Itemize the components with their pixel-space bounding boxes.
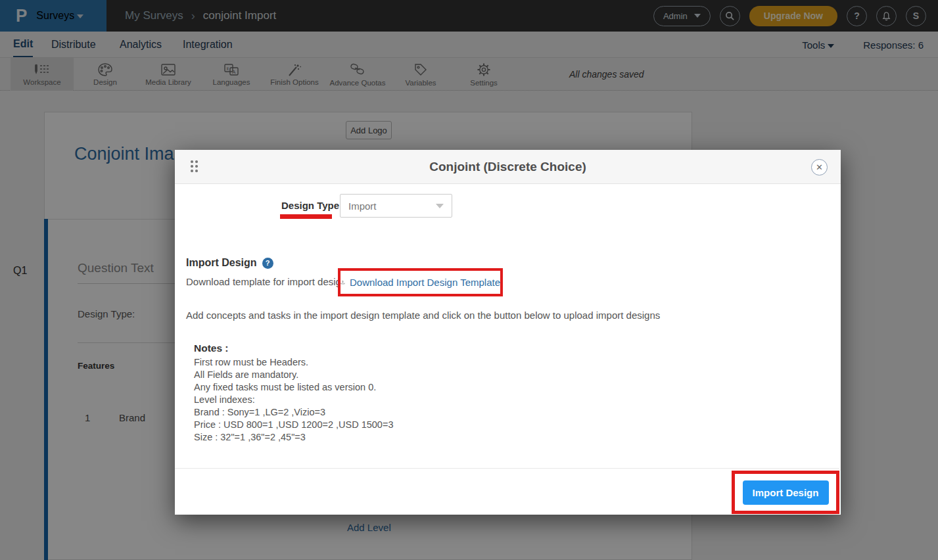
note-line: Level indexes: [194, 394, 393, 406]
conjoint-settings-modal: Conjoint (Discrete Choice) ✕ Design Type… [175, 150, 841, 515]
import-instructions: Add concepts and tasks in the import des… [186, 310, 686, 321]
import-design-section: Import Design ? [186, 257, 273, 269]
import-design-button[interactable]: Import Design [743, 480, 829, 505]
note-line: Any fixed tasks must be listed as versio… [194, 381, 393, 394]
download-icon [340, 277, 345, 287]
annotation-box-download: Download Import Design Template [338, 268, 503, 296]
annotation-box-import: Import Design [732, 471, 839, 514]
modal-header: Conjoint (Discrete Choice) ✕ [175, 150, 841, 184]
import-design-heading: Import Design [186, 257, 257, 269]
modal-footer: Import Design [175, 468, 839, 515]
design-type-select[interactable]: Import [340, 194, 452, 218]
note-line: Price : USD 800=1 ,USD 1200=2 ,USD 1500=… [194, 419, 393, 431]
download-import-design-template-link[interactable]: Download Import Design Template [350, 277, 500, 288]
chevron-down-icon [436, 204, 444, 208]
modal-title: Conjoint (Discrete Choice) [429, 160, 586, 174]
notes-heading: Notes : [194, 342, 229, 354]
close-button[interactable]: ✕ [811, 159, 828, 175]
notes-list: First row must be Headers. All Fields ar… [194, 356, 393, 444]
download-template-prompt: Download template for import design [186, 276, 346, 287]
annotation-underline [280, 214, 332, 219]
note-line: Brand : Sony=1 ,LG=2 ,Vizio=3 [194, 406, 393, 419]
help-icon[interactable]: ? [262, 258, 273, 269]
note-line: Size : 32"=1 ,36"=2 ,45"=3 [194, 431, 393, 444]
close-icon: ✕ [816, 162, 823, 172]
note-line: All Fields are mandatory. [194, 369, 393, 381]
design-type-label: Design Type [281, 200, 339, 211]
note-line: First row must be Headers. [194, 356, 393, 369]
drag-handle-icon[interactable] [191, 160, 200, 174]
